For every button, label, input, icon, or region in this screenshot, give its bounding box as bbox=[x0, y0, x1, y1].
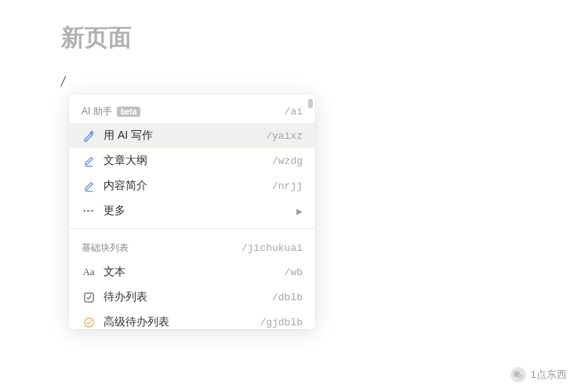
section-header-ai: AI 助手 beta /ai bbox=[69, 97, 315, 123]
menu-item-label: 用 AI 写作 bbox=[103, 129, 153, 143]
menu-item-label: 待办列表 bbox=[103, 290, 147, 304]
pencil-icon bbox=[82, 179, 96, 193]
menu-item-more[interactable]: ··· 更多 ▶ bbox=[69, 198, 315, 223]
menu-item-shortcut: /wzdg bbox=[272, 155, 303, 167]
section-label: AI 助手 bbox=[82, 105, 112, 118]
scroll-thumb[interactable] bbox=[308, 99, 313, 108]
slash-trigger: / bbox=[61, 74, 65, 90]
menu-item-shortcut: /wb bbox=[285, 267, 303, 278]
menu-item-label: 内容简介 bbox=[103, 179, 147, 193]
slash-command-dropdown: AI 助手 beta /ai 用 AI 写作 /yaixz 文章大纲 /wzdg… bbox=[69, 94, 315, 329]
menu-item-ai-write[interactable]: 用 AI 写作 /yaixz bbox=[69, 123, 315, 148]
menu-item-label: 文章大纲 bbox=[103, 154, 147, 168]
chevron-right-icon: ▶ bbox=[296, 207, 303, 216]
svg-point-3 bbox=[517, 374, 522, 379]
menu-item-label: 更多 bbox=[103, 204, 125, 218]
divider bbox=[69, 228, 315, 229]
menu-item-text[interactable]: Aa 文本 /wb bbox=[69, 260, 315, 285]
beta-badge: beta bbox=[117, 107, 141, 117]
section-header-basic: 基础块列表 /jichukuai bbox=[69, 234, 315, 260]
menu-item-label: 文本 bbox=[103, 265, 125, 279]
section-shortcut: /jichukuai bbox=[241, 242, 303, 254]
menu-item-summary[interactable]: 内容简介 /nrjj bbox=[69, 173, 315, 198]
checkbox-adv-icon bbox=[82, 315, 96, 329]
text-icon: Aa bbox=[82, 265, 96, 279]
watermark-text: 1点东西 bbox=[531, 368, 567, 382]
footer-watermark: 1点东西 bbox=[510, 367, 567, 383]
menu-item-adv-todo[interactable]: 高级待办列表 /gjdblb bbox=[69, 310, 315, 329]
page-title[interactable]: 新页面 bbox=[61, 22, 132, 54]
menu-item-todo[interactable]: 待办列表 /dblb bbox=[69, 285, 315, 310]
wechat-icon bbox=[510, 367, 526, 383]
more-icon: ··· bbox=[82, 204, 96, 218]
section-label: 基础块列表 bbox=[82, 241, 129, 255]
menu-item-outline[interactable]: 文章大纲 /wzdg bbox=[69, 148, 315, 173]
menu-item-shortcut: /gjdblb bbox=[260, 317, 303, 328]
menu-item-label: 高级待办列表 bbox=[103, 315, 169, 329]
menu-item-shortcut: /dblb bbox=[272, 292, 303, 303]
section-shortcut: /ai bbox=[285, 106, 303, 118]
menu-item-shortcut: /yaixz bbox=[266, 130, 303, 142]
pencil-icon bbox=[82, 154, 96, 168]
ai-write-icon bbox=[82, 129, 96, 143]
checkbox-icon bbox=[82, 290, 96, 304]
menu-item-shortcut: /nrjj bbox=[272, 180, 303, 192]
